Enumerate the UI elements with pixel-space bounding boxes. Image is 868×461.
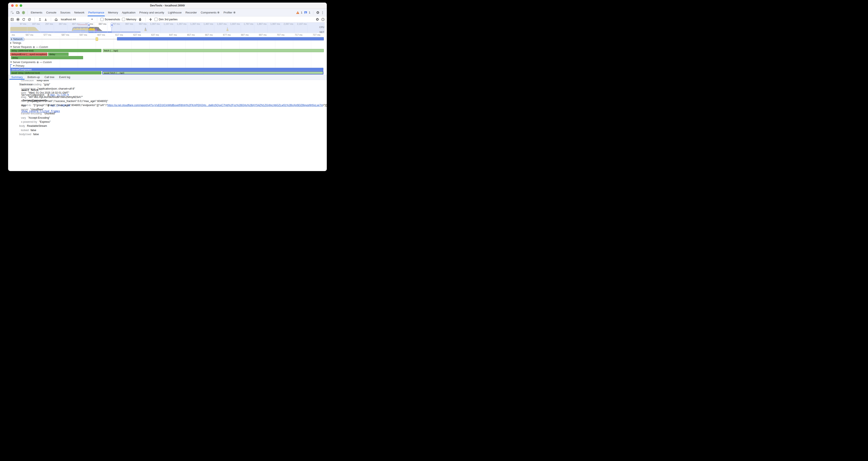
property-key: x-powered-by xyxy=(21,120,37,123)
track-header-network[interactable]: Network xyxy=(10,37,24,41)
summary-row: content-type"application/json; charset=u… xyxy=(8,87,327,91)
ruler-tick-label: 607 ms xyxy=(97,34,105,36)
warning-icon[interactable] xyxy=(296,11,300,14)
tab-atom-icon xyxy=(233,11,236,14)
ruler-tick-label: 637 ms xyxy=(151,34,159,36)
details-tab-summary[interactable]: Summary xyxy=(9,75,25,79)
ruler-tick-label: ms xyxy=(12,34,15,36)
more-options-kebab-icon[interactable]: ⋮ xyxy=(321,11,324,14)
tab-memory[interactable]: Memory xyxy=(106,9,120,16)
performance-toolbar: localhost #4 Screenshots Memory Dim 3rd … xyxy=(8,17,327,23)
ruler-tick-label: 657 ms xyxy=(187,34,195,36)
property-key: etag xyxy=(21,95,26,98)
overview-right-handle[interactable] xyxy=(111,23,113,28)
tab-network[interactable]: Network xyxy=(72,9,87,16)
track-header-server-requests[interactable]: Server Requests — Custom xyxy=(10,45,324,49)
save-profile-icon[interactable] xyxy=(44,18,48,21)
flame-event-bar[interactable]: ServerComponent xyxy=(10,68,323,71)
panel-settings-gear-icon[interactable] xyxy=(316,18,319,21)
settings-gear-icon[interactable] xyxy=(316,11,319,14)
tab-sources[interactable]: Sources xyxy=(58,9,72,16)
ruler-tick-label: 597 ms xyxy=(80,34,87,36)
timeline-overview[interactable]: 97 ms197 ms297 ms397 ms497 ms597 ms697 m… xyxy=(8,23,327,33)
summary-row: date"Wed, 01 Oct 2025 18:32:01 GMT" xyxy=(8,91,327,95)
flame-event-bar[interactable]: await delay (deferred text) xyxy=(10,71,101,75)
ruler-tick-label: 707 ms xyxy=(277,34,284,36)
tab-recorder[interactable]: Recorder xyxy=(183,9,198,16)
tab-lighthouse[interactable]: Lighthouse xyxy=(166,9,184,16)
macos-titlebar: DevTools - localhost:3000/ xyxy=(8,3,327,9)
flame-event-bar[interactable]: await fetch (…/api) xyxy=(102,71,323,75)
tab-console[interactable]: Console xyxy=(44,9,58,16)
summary-row: x-powered-by"Express" xyxy=(8,120,327,124)
summary-row: content-encoding"gzip" xyxy=(8,83,327,87)
issues-message-icon[interactable] xyxy=(304,11,307,14)
overview-gridline xyxy=(107,23,107,33)
ruler-tick-label: 677 ms xyxy=(223,34,231,36)
window-title: DevTools - localhost:3000/ xyxy=(8,3,327,8)
garbage-collect-icon[interactable] xyxy=(138,18,142,21)
tab-profiler[interactable]: Profiler xyxy=(221,9,237,16)
toggle-sidebar-icon[interactable] xyxy=(10,18,14,21)
track-header-primary[interactable]: Primary xyxy=(10,64,324,67)
timeline-ruler: ms567 ms577 ms587 ms597 ms607 ms617 ms62… xyxy=(8,33,327,37)
property-value: "W/\"4b1-RjEJloX9kRinu6F0MAZMmy6E5iA\"" xyxy=(28,95,83,98)
details-tab-call-tree[interactable]: Call tree xyxy=(42,75,57,79)
flame-event-bar[interactable] xyxy=(117,37,324,40)
summary-pane[interactable]: connection"keep-alive"content-encoding"g… xyxy=(8,80,327,167)
collapse-triangle-icon xyxy=(13,65,15,66)
overview-tick-label: 697 ms xyxy=(99,23,107,25)
flame-event-bar[interactable]: delay xyxy=(48,53,68,56)
tab-performance[interactable]: Performance xyxy=(86,9,106,16)
property-key: locked xyxy=(21,129,29,132)
property-key: transfer-encoding xyxy=(21,112,42,115)
flame-event-bar[interactable]: delayedError (…ayed exception) xyxy=(10,53,48,56)
flamechart-tracks[interactable]: Network Timings Server Requests — Custom… xyxy=(8,37,327,75)
summary-row: lockedfalse xyxy=(8,128,327,132)
tab-privacy-and-security[interactable]: Privacy and security xyxy=(137,9,166,16)
load-profile-icon[interactable] xyxy=(38,18,42,21)
custom-track-atom-icon xyxy=(36,61,39,63)
property-value: "gzip" xyxy=(43,83,50,86)
track-header-server-components[interactable]: Server Components — Custom xyxy=(10,60,324,64)
summary-row: vary"Accept-Encoding" xyxy=(8,116,327,120)
clear-icon[interactable] xyxy=(28,18,31,21)
flame-event-bar[interactable]: fetch (…/api) xyxy=(103,49,324,52)
record-icon[interactable] xyxy=(16,18,20,21)
expand-triangle-icon xyxy=(10,42,11,44)
screenshots-checkbox[interactable]: Screenshots xyxy=(100,18,120,21)
collapse-track-icon[interactable] xyxy=(149,18,153,21)
flame-event-bar[interactable]: delay (deferred text) xyxy=(10,49,101,52)
tab-application[interactable]: Application xyxy=(120,9,137,16)
svg-text:?: ? xyxy=(322,19,323,21)
property-key: vary xyxy=(21,116,26,119)
memory-checkbox[interactable]: Memory xyxy=(122,18,136,21)
devtools-window: DevTools - localhost:3000/ ElementsConso… xyxy=(8,3,327,171)
overview-left-handle[interactable] xyxy=(87,23,90,28)
warning-count: 1 xyxy=(301,11,303,14)
device-toolbar-icon[interactable] xyxy=(16,11,20,14)
inspect-element-icon[interactable] xyxy=(11,11,14,14)
track-header-timings[interactable]: Timings xyxy=(10,41,324,45)
details-tab-event-log[interactable]: Event log xyxy=(57,75,73,79)
flame-event-bar[interactable]: delay xyxy=(11,56,83,59)
tab-components[interactable]: Components xyxy=(199,9,222,16)
report-to-link[interactable]: https://a.nel.cloudflare.com/report/v4?s… xyxy=(107,104,323,107)
summary-row: transfer-encoding"chunked" xyxy=(8,112,327,116)
property-value: false xyxy=(33,133,39,136)
reload-record-icon[interactable] xyxy=(22,18,26,21)
property-key: bodyUsed xyxy=(19,133,31,136)
details-tab-bottom-up[interactable]: Bottom-up xyxy=(25,75,42,79)
dim-3rd-parties-checkbox[interactable]: Dim 3rd parties xyxy=(154,18,178,21)
devtools-tabbar: ElementsConsoleSourcesNetworkPerformance… xyxy=(8,9,327,17)
ruler-tick-label: 647 ms xyxy=(169,34,177,36)
help-icon[interactable]: ? xyxy=(321,18,324,21)
history-select[interactable]: localhost #4 xyxy=(61,18,93,21)
home-icon[interactable] xyxy=(54,18,58,21)
summary-row: server"cloudflare" xyxy=(8,108,327,112)
summary-row: nel"{\"report_to\":\"cf-nel\",\"success_… xyxy=(8,99,327,103)
property-key: content-type xyxy=(21,87,36,90)
summary-row: etag"W/\"4b1-RjEJloX9kRinu6F0MAZMmy6E5iA… xyxy=(8,95,327,99)
react-devtools-icon xyxy=(22,11,25,14)
tab-elements[interactable]: Elements xyxy=(29,9,44,16)
